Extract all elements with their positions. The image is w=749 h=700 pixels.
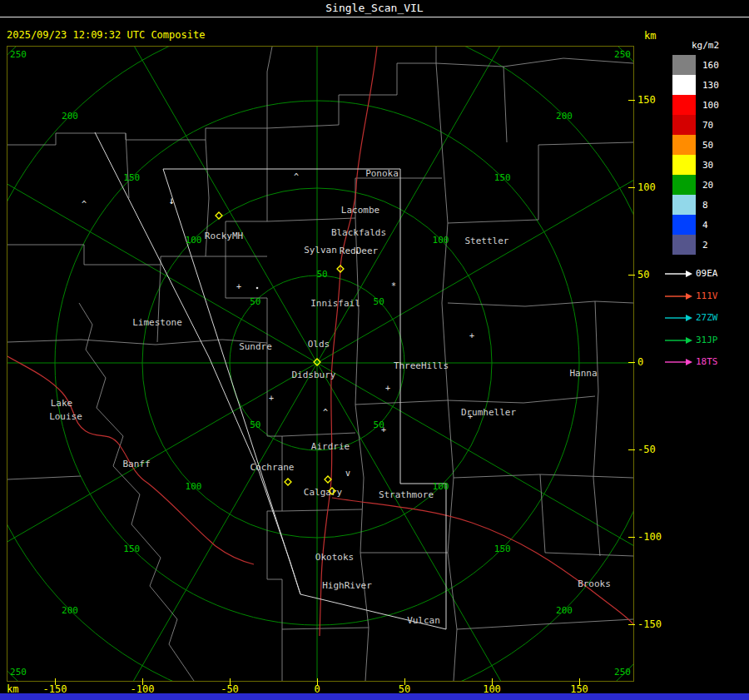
range-ring-labels: 5050505010010010010015015015015020020020…: [10, 49, 631, 678]
right-axis-label-50: 50: [637, 269, 649, 280]
range-ring-250km: [7, 47, 633, 681]
storm-track-row-09EA: 09EA: [663, 268, 738, 280]
storm-track-row-18TS: 18TS: [663, 356, 738, 368]
town-label-brooks: Brooks: [578, 578, 611, 589]
plus-marker: +: [269, 394, 274, 403]
storm-track-row-31JP: 31JP: [663, 335, 738, 346]
colorbar-value-100: 100: [702, 100, 719, 111]
dot-marker: [356, 251, 359, 254]
town-label-banff: Banff: [122, 459, 150, 469]
range-label-100: 100: [433, 481, 449, 492]
colorbar-value-30: 30: [702, 160, 713, 171]
storm-track-arrow-icon: [663, 335, 693, 345]
town-label-louise: Louise: [49, 411, 82, 422]
storm-track-row-111V: 111V: [663, 290, 738, 302]
radar-site-marker: [325, 476, 331, 483]
storm-track-arrow-icon: [663, 357, 693, 367]
arrow-down-marker: ↓: [168, 195, 174, 206]
range-label-100: 100: [186, 235, 202, 246]
storm-track-arrow-icon: [663, 269, 693, 279]
colorbar-value-160: 160: [702, 60, 719, 71]
colorbar-swatch-8: [672, 195, 696, 215]
town-label-ponoka: Ponoka: [365, 168, 399, 179]
storm-track-id: 31JP: [696, 335, 718, 345]
town-label-cochrane: Cochrane: [250, 462, 295, 473]
colorbar-value-8: 8: [702, 200, 708, 211]
range-label-250: 250: [10, 667, 27, 678]
caret-marker: ^: [294, 172, 299, 181]
bottom-status-bar: [0, 693, 749, 700]
colorbar-swatch-160: [672, 55, 696, 75]
right-axis-unit: km: [644, 30, 656, 42]
colorbar-swatch-30: [672, 155, 696, 175]
town-label-stettler: Stettler: [465, 236, 509, 246]
radar-coverage-outline: [95, 132, 446, 629]
colorbar-value-2: 2: [702, 240, 708, 251]
colorbar-swatch-50: [672, 135, 696, 155]
town-label-threehills: ThreeHills: [394, 360, 449, 371]
radar-map-viewport[interactable]: 5050505010010010010015015015015020020020…: [7, 46, 634, 682]
plus-marker: +: [385, 384, 390, 393]
right-axis-tick: [628, 624, 635, 625]
range-label-50: 50: [374, 296, 384, 307]
right-axis-tick: [628, 362, 635, 363]
range-label-250: 250: [10, 49, 27, 60]
range-label-50: 50: [250, 420, 260, 430]
radar-site-marker: [285, 479, 291, 485]
colorbar-swatch-4: [672, 215, 696, 235]
range-label-50: 50: [316, 269, 327, 280]
town-label-limestone: Limestone: [132, 317, 182, 328]
caret-marker: ^: [82, 200, 87, 209]
range-label-250: 250: [614, 667, 631, 678]
town-label-lacombe: Lacombe: [341, 205, 379, 216]
right-axis-tick: [628, 449, 635, 450]
plus-marker: +: [381, 425, 386, 434]
town-label-highriver: HighRiver: [322, 580, 372, 591]
range-label-100: 100: [186, 481, 202, 492]
town-label-strathmore: Strathmore: [379, 489, 434, 500]
town-label-innisfail: Innisfail: [310, 298, 360, 309]
right-axis-label-150: 150: [637, 94, 656, 106]
right-axis-tick: [628, 537, 635, 538]
colorbar-value-70: 70: [702, 120, 713, 131]
storm-track-row-27ZW: 27ZW: [663, 312, 738, 324]
range-label-250: 250: [614, 49, 631, 60]
town-label-sundre: Sundre: [239, 341, 272, 352]
range-ring-grid: [7, 47, 633, 681]
right-axis-label--50: -50: [637, 444, 656, 455]
right-axis-label--150: -150: [637, 618, 662, 630]
right-axis-tick: [628, 275, 635, 276]
town-label-hanna: Hanna: [569, 368, 597, 379]
right-axis-tick: [628, 100, 635, 101]
right-axis-label--100: -100: [637, 531, 662, 543]
plus-marker: +: [236, 282, 241, 291]
range-label-150: 150: [494, 544, 511, 554]
right-axis-label-0: 0: [637, 356, 643, 368]
range-label-50: 50: [250, 296, 260, 307]
window-title: Single_Scan_VIL: [0, 0, 749, 17]
caret-marker: ^: [323, 408, 328, 417]
town-label-okotoks: Okotoks: [315, 552, 354, 563]
storm-track-id: 18TS: [696, 356, 718, 367]
range-label-200: 200: [62, 111, 78, 122]
star-marker: *: [391, 281, 396, 290]
town-label-calgary: Calgary: [304, 487, 343, 498]
town-label-rockymh: RockyMH: [205, 231, 243, 241]
plus-marker: +: [469, 331, 474, 340]
range-label-200: 200: [556, 111, 573, 122]
storm-track-id: 111V: [696, 290, 718, 301]
right-axis-tick: [628, 187, 635, 188]
right-axis-label-100: 100: [637, 181, 656, 193]
colorbar-value-20: 20: [702, 180, 713, 191]
range-label-150: 150: [494, 172, 511, 183]
range-label-150: 150: [123, 172, 140, 183]
colorbar-swatch-100: [672, 95, 696, 115]
range-label-100: 100: [433, 235, 449, 246]
town-label-lake: Lake: [51, 398, 73, 409]
storm-track-id: 27ZW: [696, 312, 718, 323]
radar-app-window: Single_Scan_VIL 2025/09/23 12:09:32 UTC …: [0, 0, 749, 700]
radial-line: [59, 363, 317, 681]
colorbar-value-4: 4: [702, 220, 708, 231]
colorbar-swatch-2: [672, 235, 696, 255]
town-label-vulcan: Vulcan: [407, 615, 440, 626]
